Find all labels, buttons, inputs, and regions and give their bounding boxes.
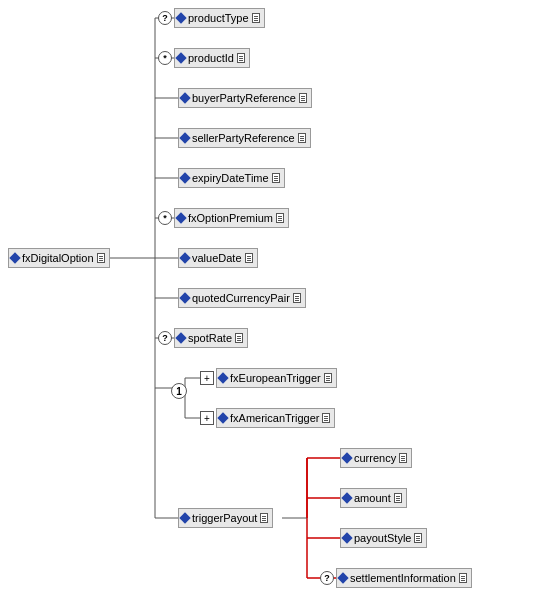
- scroll-icon: [260, 513, 268, 523]
- node-quotedCurrencyPair: quotedCurrencyPair: [178, 288, 306, 308]
- scroll-icon: [237, 53, 245, 63]
- diamond-icon: [217, 372, 228, 383]
- node-label-quotedCurrencyPair: quotedCurrencyPair: [192, 292, 290, 304]
- diamond-icon: [341, 492, 352, 503]
- diamond-icon: [341, 452, 352, 463]
- badge-plus-fxAmericanTrigger: +: [200, 411, 214, 425]
- diamond-icon: [175, 332, 186, 343]
- node-label-spotRate: spotRate: [188, 332, 232, 344]
- scroll-icon: [322, 413, 330, 423]
- badge-question-spotRate: ?: [158, 331, 172, 345]
- node-label-settlementInformation: settlementInformation: [350, 572, 456, 584]
- scroll-icon: [459, 573, 467, 583]
- scroll-icon: [276, 213, 284, 223]
- scroll-icon: [394, 493, 402, 503]
- node-productId-group: * productId: [158, 48, 250, 68]
- diamond-icon: [175, 212, 186, 223]
- scroll-icon: [414, 533, 422, 543]
- diamond-icon: [179, 512, 190, 523]
- node-label-fxOptionPremium: fxOptionPremium: [188, 212, 273, 224]
- node-productType-group: ? productType: [158, 8, 265, 28]
- node-amount: amount: [340, 488, 407, 508]
- node-spotRate-group: ? spotRate: [158, 328, 248, 348]
- diamond-icon: [179, 172, 190, 183]
- node-label-payoutStyle: payoutStyle: [354, 532, 411, 544]
- scroll-icon: [235, 333, 243, 343]
- scroll-icon: [252, 13, 260, 23]
- node-label-productType: productType: [188, 12, 249, 24]
- diamond-icon: [217, 412, 228, 423]
- diamond-icon: [341, 532, 352, 543]
- choice-badge: 1: [171, 383, 189, 399]
- node-payoutStyle: payoutStyle: [340, 528, 427, 548]
- node-buyerPartyReference: buyerPartyReference: [178, 88, 312, 108]
- node-label-fxEuropeanTrigger: fxEuropeanTrigger: [230, 372, 321, 384]
- node-fxOptionPremium-group: * fxOptionPremium: [158, 208, 289, 228]
- diamond-icon: [175, 52, 186, 63]
- node-label-expiryDateTime: expiryDateTime: [192, 172, 269, 184]
- node-fxDigitalOption: fxDigitalOption: [8, 248, 110, 268]
- scroll-icon: [245, 253, 253, 263]
- node-currency: currency: [340, 448, 412, 468]
- node-label-valueDate: valueDate: [192, 252, 242, 264]
- node-label-sellerPartyReference: sellerPartyReference: [192, 132, 295, 144]
- scroll-icon: [293, 293, 301, 303]
- diamond-icon: [175, 12, 186, 23]
- scroll-icon: [272, 173, 280, 183]
- scroll-icon: [324, 373, 332, 383]
- node-valueDate: valueDate: [178, 248, 258, 268]
- diamond-icon: [179, 132, 190, 143]
- node-expiryDateTime: expiryDateTime: [178, 168, 285, 188]
- badge-star-productId: *: [158, 51, 172, 65]
- node-label-amount: amount: [354, 492, 391, 504]
- node-settlementInformation-group: ? settlementInformation: [320, 568, 472, 588]
- diagram: fxDigitalOption ? productType * productI…: [0, 0, 533, 608]
- scroll-icon: [399, 453, 407, 463]
- diamond-icon: [179, 92, 190, 103]
- node-triggerPayout: triggerPayout: [178, 508, 273, 528]
- node-label-triggerPayout: triggerPayout: [192, 512, 257, 524]
- scroll-icon: [298, 133, 306, 143]
- node-fxEuropeanTrigger-group: + fxEuropeanTrigger: [200, 368, 337, 388]
- node-label-productId: productId: [188, 52, 234, 64]
- diamond-icon: [9, 252, 20, 263]
- node-label-fxDigitalOption: fxDigitalOption: [22, 252, 94, 264]
- badge-one: 1: [171, 383, 187, 399]
- node-label-buyerPartyReference: buyerPartyReference: [192, 92, 296, 104]
- diamond-icon: [337, 572, 348, 583]
- scroll-icon: [299, 93, 307, 103]
- node-label-currency: currency: [354, 452, 396, 464]
- scroll-icon: [97, 253, 105, 263]
- badge-question-productType: ?: [158, 11, 172, 25]
- badge-star-fxOptionPremium: *: [158, 211, 172, 225]
- node-fxAmericanTrigger-group: + fxAmericanTrigger: [200, 408, 335, 428]
- badge-question-settlementInformation: ?: [320, 571, 334, 585]
- diamond-icon: [179, 292, 190, 303]
- node-sellerPartyReference: sellerPartyReference: [178, 128, 311, 148]
- diamond-icon: [179, 252, 190, 263]
- badge-plus-fxEuropeanTrigger: +: [200, 371, 214, 385]
- node-label-fxAmericanTrigger: fxAmericanTrigger: [230, 412, 319, 424]
